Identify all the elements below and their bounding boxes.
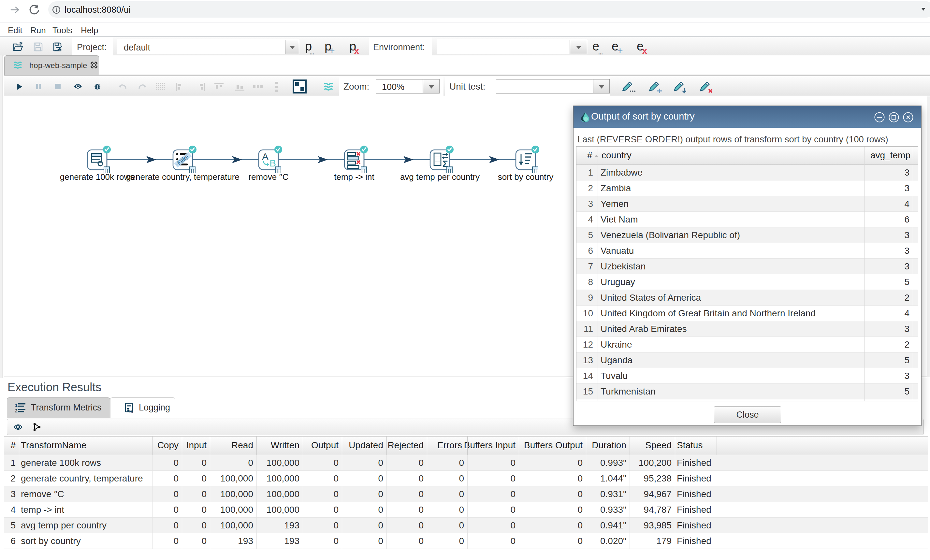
- svg-text:sort by country: sort by country: [498, 172, 554, 182]
- svg-text:A: A: [262, 151, 268, 162]
- svg-text:generate 100k rows: generate 100k rows: [60, 172, 134, 182]
- svg-text:avg temp per country: avg temp per country: [400, 172, 480, 182]
- svg-text:temp -> int: temp -> int: [334, 172, 374, 182]
- svg-text:generate country, temperature: generate country, temperature: [126, 172, 240, 182]
- svg-text:remove °C: remove °C: [248, 172, 288, 182]
